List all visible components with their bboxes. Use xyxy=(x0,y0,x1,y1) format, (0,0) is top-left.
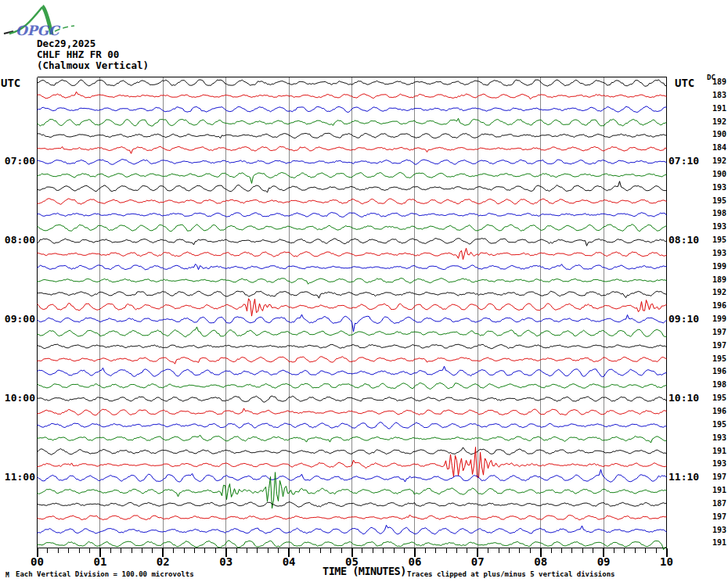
webicorder-page: OPGC Dec29,2025CHLF HHZ FR 00(Chalmoux V… xyxy=(0,0,728,582)
x-axis-title: TIME (MINUTES) xyxy=(323,565,406,577)
footer-clip-note: Traces clipped at plus/minus 5 vertical … xyxy=(407,570,615,578)
footer-scale-note: Each Vertical Division = 100.00 microvol… xyxy=(16,570,194,578)
footer-watermark: M xyxy=(5,572,9,579)
seismogram-plot xyxy=(0,0,728,582)
